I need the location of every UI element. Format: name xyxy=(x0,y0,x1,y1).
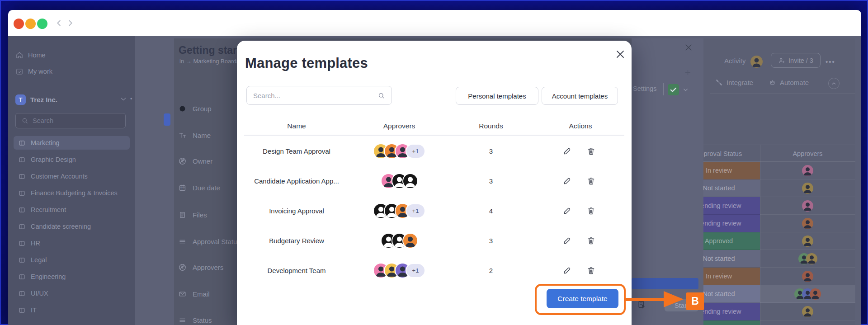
board-row[interactable]: Not started xyxy=(703,179,855,197)
status-cell[interactable]: Pending review xyxy=(703,197,760,215)
board-icon xyxy=(18,290,26,297)
edit-template-button[interactable] xyxy=(562,196,573,226)
invite-button[interactable]: Invite / 3 xyxy=(771,53,821,68)
workspace-more-icon[interactable]: • xyxy=(130,95,133,102)
sidebar-item-hr[interactable]: HR xyxy=(14,236,130,250)
delete-template-button[interactable] xyxy=(586,196,597,226)
start-button-fragment[interactable]: Start xyxy=(665,299,698,311)
column-header-approvers[interactable]: Approvers xyxy=(760,145,855,162)
maximize-window-button[interactable] xyxy=(37,19,47,29)
minimize-window-button[interactable] xyxy=(25,19,36,29)
status-cell[interactable]: In review xyxy=(703,162,760,179)
back-icon[interactable] xyxy=(54,18,64,28)
search-icon xyxy=(377,92,385,99)
chevron-down-icon[interactable] xyxy=(682,86,689,93)
table-header-name: Name xyxy=(251,122,342,133)
edit-template-button[interactable] xyxy=(562,255,573,285)
delete-template-button[interactable] xyxy=(586,255,597,285)
sidebar-item-engineering[interactable]: Engineering xyxy=(14,270,130,283)
workspace-header[interactable]: T Trez Inc. xyxy=(15,93,57,106)
sidebar-search-input[interactable]: Search xyxy=(15,113,126,128)
field-label-approvers: Approvers xyxy=(178,262,223,273)
approvers-cell[interactable] xyxy=(760,162,855,179)
status-cell[interactable]: Not started xyxy=(703,285,760,303)
template-search-input[interactable] xyxy=(253,92,377,99)
edit-template-button[interactable] xyxy=(562,136,573,166)
forward-icon[interactable] xyxy=(65,18,75,28)
sidebar-item-my-work[interactable]: My work xyxy=(15,66,52,77)
approvers-cell[interactable] xyxy=(760,250,855,268)
approvers-cell[interactable] xyxy=(760,320,855,325)
sidebar-item-home[interactable]: Home xyxy=(15,50,46,61)
status-cell[interactable]: Not started xyxy=(703,250,760,268)
field-label-status: Status xyxy=(178,315,212,325)
activity-label[interactable]: Activity xyxy=(724,57,746,65)
column-header-approval-status[interactable]: Approval Status xyxy=(703,145,760,162)
integrate-button[interactable]: Integrate xyxy=(715,79,753,86)
sidebar-item-graphic-design[interactable]: Graphic Design xyxy=(14,153,130,166)
board-row[interactable]: Not started xyxy=(703,250,855,268)
template-row-invoicing-approval: Invoicing Approval+14 xyxy=(237,196,632,226)
approvers-cell[interactable] xyxy=(760,232,855,250)
board-row[interactable]: Not started xyxy=(703,285,855,303)
chevron-down-icon[interactable] xyxy=(119,95,127,103)
more-menu-icon[interactable]: ••• xyxy=(826,58,835,66)
status-cell[interactable]: Pending review xyxy=(703,215,760,232)
approvers-cell[interactable] xyxy=(760,285,855,303)
close-icon[interactable] xyxy=(684,43,693,52)
sidebar-item-it[interactable]: IT xyxy=(14,303,130,317)
approvers-cell[interactable] xyxy=(760,303,855,320)
approvers-cell[interactable] xyxy=(760,197,855,215)
sidebar-item-candidate-screening[interactable]: Candidate screening xyxy=(14,220,130,233)
activity-avatar[interactable] xyxy=(750,56,763,68)
create-template-button[interactable]: Create template xyxy=(547,289,618,308)
close-icon[interactable] xyxy=(615,49,626,60)
status-cell[interactable]: In review xyxy=(703,268,760,285)
delete-template-button[interactable] xyxy=(586,226,597,255)
sidebar-item-finance-budgeting-invoices[interactable]: Finance Budgeting & Invoices xyxy=(14,186,130,200)
status-cell[interactable]: Pending review xyxy=(703,303,760,320)
checked-checkbox[interactable] xyxy=(668,84,679,95)
approvers-cell[interactable] xyxy=(760,179,855,197)
status-cell[interactable]: Approved xyxy=(703,232,760,250)
board-row[interactable]: Pending review xyxy=(703,197,855,215)
board-row[interactable]: Approved xyxy=(703,320,855,325)
status-cell[interactable]: Approved xyxy=(703,320,760,325)
owner-icon xyxy=(178,157,187,165)
board-row[interactable]: Pending review xyxy=(703,303,855,320)
sidebar-item-recruitment[interactable]: Recruitment xyxy=(14,203,130,217)
delete-template-button[interactable] xyxy=(586,136,597,166)
automate-button[interactable]: Automate xyxy=(769,79,809,86)
sidebar-item-label: HR xyxy=(31,240,40,247)
approvers-cell[interactable] xyxy=(760,215,855,232)
sidebar-item-ui-ux[interactable]: UI/UX xyxy=(14,287,130,300)
approvers-cell[interactable] xyxy=(760,268,855,285)
board-row[interactable]: In review xyxy=(703,268,855,285)
board-row[interactable]: Approved xyxy=(703,232,855,250)
template-row-development-team: Development Team+12 xyxy=(237,255,632,285)
avatar xyxy=(802,236,813,247)
sidebar-item-marketing[interactable]: Marketing xyxy=(14,136,130,150)
sidebar-item-label: Home xyxy=(28,52,46,59)
sidebar-item-legal[interactable]: Legal xyxy=(14,253,130,267)
sidebar-item-label: Finance Budgeting & Invoices xyxy=(31,189,118,197)
extra-approvers-chip: +1 xyxy=(406,204,425,217)
personal-templates-button[interactable]: Personal templates xyxy=(456,87,538,105)
sidebar-item-label: Marketing xyxy=(31,139,60,146)
collapse-chevron-up-icon[interactable] xyxy=(828,78,840,89)
avatar xyxy=(750,56,763,68)
settings-label[interactable]: Settings xyxy=(633,85,656,92)
board-row[interactable]: Pending review xyxy=(703,215,855,232)
status-cell[interactable]: Not started xyxy=(703,179,760,197)
edit-template-button[interactable] xyxy=(562,166,573,196)
delete-template-button[interactable] xyxy=(586,166,597,196)
edit-template-button[interactable] xyxy=(562,226,573,255)
board-row[interactable]: In review xyxy=(703,162,855,179)
plus-icon[interactable] xyxy=(684,69,692,76)
close-window-button[interactable] xyxy=(14,19,24,29)
sidebar-item-label: UI/UX xyxy=(31,290,48,297)
breadcrumb-link[interactable]: Marketing Boards xyxy=(193,58,239,65)
browser-window: Home My work T Trez Inc. • Search Market… xyxy=(8,10,861,325)
account-templates-button[interactable]: Account templates xyxy=(542,87,618,105)
sidebar-item-customer-accounts[interactable]: Customer Accounts xyxy=(14,170,130,183)
